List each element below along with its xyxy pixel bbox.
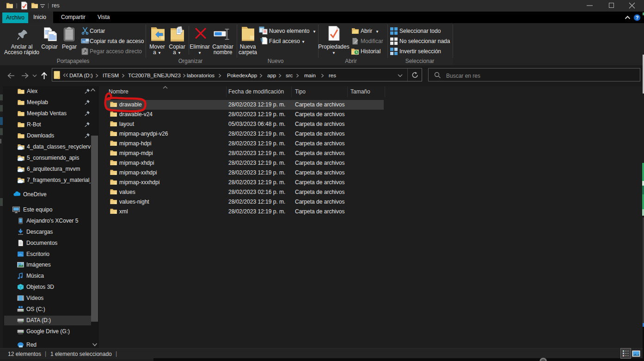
svg-text:W: W — [82, 39, 86, 44]
